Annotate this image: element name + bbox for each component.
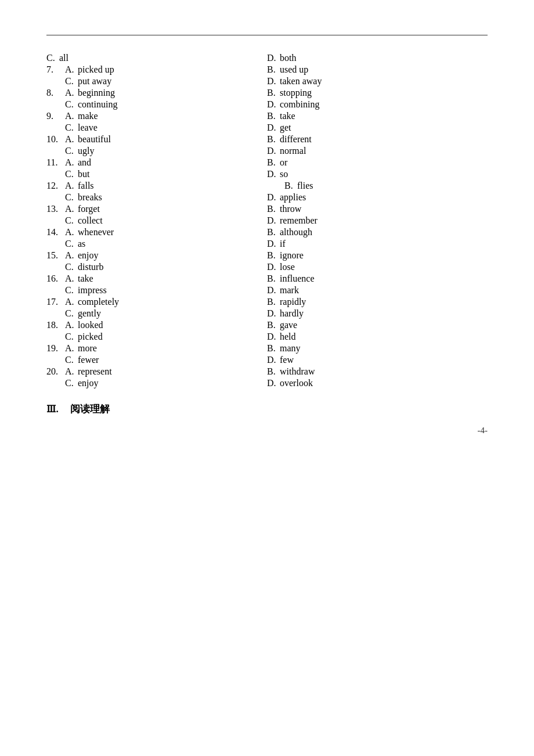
option-label: D. [267, 99, 280, 110]
option-text: remember [280, 215, 317, 226]
option-label: D. [267, 146, 280, 156]
option-label: A. [65, 227, 78, 237]
question-number: 15. [46, 250, 65, 261]
option-label: B. [267, 320, 280, 330]
list-item: C. picked D. held [46, 332, 488, 342]
option-label: B. [267, 157, 280, 168]
list-item: C. ugly D. normal [46, 146, 488, 156]
option-text: although [280, 227, 312, 237]
option-label: A. [65, 111, 78, 121]
option-text: lose [280, 262, 295, 272]
option-text: impress [78, 285, 107, 296]
option-text: stopping [280, 88, 312, 98]
option-label: D. [267, 192, 280, 203]
option-label: D. [267, 355, 280, 365]
option-text: make [78, 111, 98, 121]
option-text: forget [78, 204, 100, 214]
option-text: looked [78, 320, 103, 330]
option-text: leave [78, 123, 98, 133]
list-item: 17. A. completely B. rapidly [46, 297, 488, 307]
option-text: ignore [280, 250, 304, 261]
option-label: C. [65, 192, 78, 203]
option-text: or [280, 157, 287, 168]
option-label: C. [65, 215, 78, 226]
question-number: 12. [46, 181, 65, 191]
list-item: 12. A. falls B. flies [46, 181, 488, 191]
option-label: C. [65, 169, 78, 179]
list-item: C. disturb D. lose [46, 262, 488, 272]
option-label: D. [267, 53, 280, 63]
option-label: C. [65, 262, 78, 272]
option-text: more [78, 343, 97, 354]
option-label: A. [65, 343, 78, 354]
option-label: D. [267, 285, 280, 296]
option-label: B. [267, 134, 280, 145]
list-item: C. impress D. mark [46, 285, 488, 296]
option-label: C. [65, 285, 78, 296]
option-label: A. [65, 320, 78, 330]
list-item: C. put away D. taken away [46, 76, 488, 87]
list-item: C. all D. both [46, 53, 488, 63]
option-label: C. [46, 53, 59, 63]
list-item: C. enjoy D. overlook [46, 378, 488, 388]
option-label: B. [267, 88, 280, 98]
option-text: overlook [280, 378, 313, 388]
question-number: 7. [46, 64, 65, 75]
list-item: C. gently D. hardly [46, 308, 488, 319]
option-text: gently [78, 308, 101, 319]
page-container: C. all D. both 7. A. picked up B. used u… [0, 0, 534, 453]
list-item: 19. A. more B. many [46, 343, 488, 354]
option-label: A. [65, 273, 78, 284]
option-text: hardly [280, 308, 304, 319]
option-text: completely [78, 297, 119, 307]
list-item: 13. A. forget B. throw [46, 204, 488, 214]
question-number: 8. [46, 88, 65, 98]
option-label: A. [65, 157, 78, 168]
section-roman-numeral: Ⅲ. [46, 403, 59, 415]
option-label: A. [65, 366, 78, 377]
list-item: C. fewer D. few [46, 355, 488, 365]
option-label: C. [65, 308, 78, 319]
option-label: D. [267, 332, 280, 342]
option-label: B. [267, 366, 280, 377]
option-text: enjoy [78, 250, 99, 261]
option-label: B. [267, 297, 280, 307]
option-text: withdraw [280, 366, 315, 377]
option-label: C. [65, 99, 78, 110]
list-item: 10. A. beautiful B. different [46, 134, 488, 145]
option-label: D. [267, 262, 280, 272]
option-label: B. [267, 227, 280, 237]
option-text: breaks [78, 192, 102, 203]
list-item: C. leave D. get [46, 123, 488, 133]
option-text: rapidly [280, 297, 306, 307]
question-number: 10. [46, 134, 65, 145]
list-item: 7. A. picked up B. used up [46, 64, 488, 75]
option-text: whenever [78, 227, 114, 237]
question-number: 18. [46, 320, 65, 330]
list-item: 9. A. make B. take [46, 111, 488, 121]
option-text: held [280, 332, 296, 342]
option-text: get [280, 123, 291, 133]
option-text: picked up [78, 64, 114, 75]
option-text: as [78, 239, 85, 249]
option-label: C. [65, 378, 78, 388]
option-label: B. [267, 204, 280, 214]
list-item: C. continuing D. combining [46, 99, 488, 110]
list-item: 8. A. beginning B. stopping [46, 88, 488, 98]
option-text: disturb [78, 262, 103, 272]
option-label: D. [267, 239, 280, 249]
option-text: different [280, 134, 312, 145]
list-item: C. collect D. remember [46, 215, 488, 226]
option-label: B. [267, 64, 280, 75]
option-label: D. [267, 123, 280, 133]
option-text: beginning [78, 88, 115, 98]
option-text: throw [280, 204, 301, 214]
option-text: all [59, 53, 68, 63]
page-number: -4- [478, 426, 488, 435]
option-text: if [280, 239, 286, 249]
option-text: picked [78, 332, 103, 342]
option-text: take [280, 111, 295, 121]
option-label: A. [65, 250, 78, 261]
option-label: D. [267, 215, 280, 226]
option-text: continuing [78, 99, 117, 110]
